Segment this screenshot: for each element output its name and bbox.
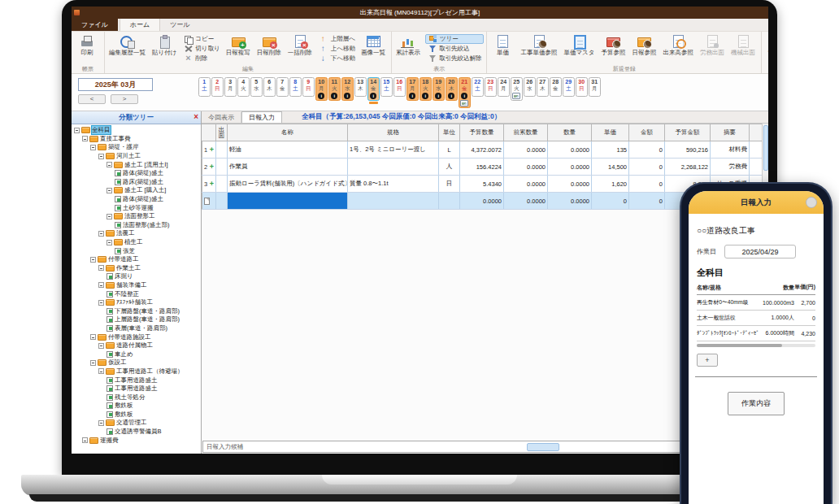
- add-detail-icon[interactable]: +: [210, 180, 214, 188]
- move-down-button[interactable]: 下へ移動: [317, 54, 358, 63]
- view-tab-current[interactable]: 今回表示: [202, 112, 241, 123]
- up-level-button[interactable]: 上階層へ: [317, 34, 358, 44]
- tree-item[interactable]: 敷鉄板: [72, 402, 201, 411]
- tree-item[interactable]: ｱｽﾌｧﾙﾄ舗装工: [72, 298, 201, 307]
- tree-item[interactable]: 上層路盤(車道・路肩部): [72, 315, 201, 324]
- month-selector[interactable]: 2025年 03月: [78, 78, 153, 91]
- tree-item[interactable]: 張芝: [72, 246, 201, 255]
- expand-icon[interactable]: [98, 420, 104, 426]
- tree-toggle-button[interactable]: ツリー: [425, 34, 485, 44]
- tree-item[interactable]: 残土等処分: [72, 393, 201, 402]
- expand-icon[interactable]: [82, 437, 88, 443]
- labor-attendance-button[interactable]: 労務出面: [698, 33, 727, 57]
- calendar-day[interactable]: 29 土: [563, 77, 575, 97]
- expand-icon[interactable]: [82, 136, 88, 141]
- add-detail-icon[interactable]: +: [210, 146, 214, 154]
- phone-row[interactable]: 再生骨材0〜40mm級 100.0000m3 2,700: [697, 295, 815, 311]
- paste-button[interactable]: 貼り付け: [150, 33, 179, 57]
- calendar-day[interactable]: 25 火: [511, 77, 523, 101]
- menu-circle-icon[interactable]: [806, 197, 817, 208]
- tree-item[interactable]: 築堤・護岸: [72, 143, 201, 152]
- expand-icon[interactable]: [98, 368, 104, 374]
- print-button[interactable]: 印刷: [73, 33, 101, 57]
- calendar-day[interactable]: 20 木: [446, 77, 458, 101]
- expand-icon[interactable]: [107, 162, 112, 167]
- calendar-day[interactable]: 27 木: [537, 77, 549, 97]
- tree-item[interactable]: 法覆工: [72, 229, 201, 238]
- tree-item[interactable]: 車止め: [72, 350, 201, 358]
- tree-item[interactable]: 不陸整正: [72, 289, 201, 298]
- client-filter-clear-button[interactable]: 取引先絞込解除: [425, 54, 485, 63]
- tree-item[interactable]: 敷鉄板: [72, 411, 201, 419]
- batch-delete-button[interactable]: 一括削除: [285, 33, 315, 57]
- tree-item[interactable]: 全科目: [72, 126, 201, 135]
- expand-icon[interactable]: [98, 231, 104, 237]
- phone-horizontal-scrollbar[interactable]: [697, 344, 815, 347]
- ribbon-tab[interactable]: ツール: [160, 19, 199, 31]
- expand-icon[interactable]: [98, 300, 104, 306]
- expand-icon[interactable]: [98, 282, 104, 288]
- calendar-day[interactable]: 8 土: [289, 77, 302, 97]
- tree-item[interactable]: 道路付属物工: [72, 341, 201, 350]
- tree-item[interactable]: 植生工: [72, 238, 201, 247]
- calendar-day[interactable]: 5 水: [250, 77, 263, 97]
- calendar-day[interactable]: 10 月: [315, 77, 328, 101]
- scrollbar-thumb[interactable]: [763, 125, 768, 171]
- calendar-day[interactable]: 19 水: [433, 77, 445, 101]
- nippo-ref-button[interactable]: 日報参照: [629, 33, 659, 57]
- ribbon-tab[interactable]: ファイル: [72, 19, 118, 31]
- calendar-day[interactable]: 14 金: [367, 77, 380, 101]
- unit-price-master-button[interactable]: 単価マスタ: [561, 33, 597, 57]
- tree-item[interactable]: 工事用道路工（待避場）: [72, 367, 201, 376]
- calendar-day[interactable]: 1 土: [198, 77, 211, 97]
- work-content-button[interactable]: 作業内容: [728, 392, 785, 415]
- calendar-day[interactable]: 7 金: [276, 77, 289, 97]
- calendar-day[interactable]: 12 水: [341, 77, 354, 101]
- calendar-day[interactable]: 16 日: [393, 77, 406, 97]
- grid-row[interactable]: 3+ 振動ローラ賃料(舗装用)〔ハンドガイド式〕 質量 0.8〜1.1t 日 5…: [202, 176, 768, 193]
- grid-row[interactable]: 1+ 軽油 1号、2号 ミニローリー渡し L 4,372.0072 0.0000…: [202, 141, 768, 159]
- calendar-day[interactable]: 22 土: [472, 77, 484, 97]
- budget-ref-button[interactable]: 予算参照: [598, 33, 628, 57]
- ribbon-tab[interactable]: ホーム: [120, 18, 160, 31]
- copy-button[interactable]: コピー: [181, 34, 222, 44]
- tree-item[interactable]: 交通誘導警備員B: [72, 428, 201, 437]
- expand-icon[interactable]: [98, 154, 104, 159]
- tree-item[interactable]: 路床(築堤)盛土: [72, 178, 201, 187]
- prev-month-button[interactable]: <: [78, 94, 106, 104]
- cell-qty[interactable]: 0.0000: [548, 159, 592, 175]
- calendar-day[interactable]: 2 日: [211, 77, 224, 97]
- phone-scrollbar-thumb[interactable]: [697, 344, 782, 347]
- calendar-day[interactable]: 9 日: [302, 77, 315, 97]
- tree-item[interactable]: 工事用道路盛土: [72, 385, 201, 393]
- tree-item[interactable]: 舗装準備工: [72, 281, 201, 290]
- expand-icon[interactable]: [107, 188, 112, 193]
- tree-item[interactable]: 表層(車道・路肩部): [72, 324, 201, 333]
- view-tab-nippo-input[interactable]: 日報入力: [241, 111, 282, 123]
- edit-history-list-button[interactable]: 編集履歴一覧: [107, 33, 148, 57]
- expand-icon[interactable]: [90, 334, 96, 340]
- close-icon[interactable]: ×: [193, 112, 198, 121]
- calendar-day[interactable]: 31 月: [589, 77, 601, 97]
- cumulative-display-button[interactable]: 累計表示: [393, 33, 423, 57]
- calendar-day[interactable]: 3 月: [224, 77, 237, 97]
- delete-button[interactable]: 削除: [181, 54, 222, 63]
- cell-qty[interactable]: 0.0000: [548, 141, 592, 158]
- machine-attendance-button[interactable]: 機械出面: [728, 33, 758, 57]
- calendar-day[interactable]: 4 火: [237, 77, 250, 97]
- expand-icon[interactable]: [90, 257, 96, 263]
- cell-qty[interactable]: 0.0000: [548, 176, 592, 192]
- tree-item[interactable]: 路体(築堤)盛土: [72, 195, 201, 204]
- tree-item[interactable]: 運搬費: [72, 436, 201, 445]
- calendar-day[interactable]: 28 金: [550, 77, 562, 97]
- expand-icon[interactable]: [90, 360, 96, 366]
- tree-item[interactable]: 仮設工: [72, 358, 201, 367]
- tree-item[interactable]: 盛土工 [購入土]: [72, 186, 201, 195]
- work-date-input[interactable]: 2025/04/29: [724, 245, 796, 259]
- project-unit-price-ref-button[interactable]: 工事単価参照: [518, 33, 559, 57]
- tree-item[interactable]: 法面整形(盛土部): [72, 221, 201, 230]
- phone-row[interactable]: 土木一般世話役 1.0000人 0: [697, 311, 815, 326]
- tree-item[interactable]: 工事用道路盛土: [72, 376, 201, 385]
- horizontal-scrollbar-thumb[interactable]: [527, 443, 559, 451]
- calendar-day[interactable]: 21 金: [459, 77, 471, 108]
